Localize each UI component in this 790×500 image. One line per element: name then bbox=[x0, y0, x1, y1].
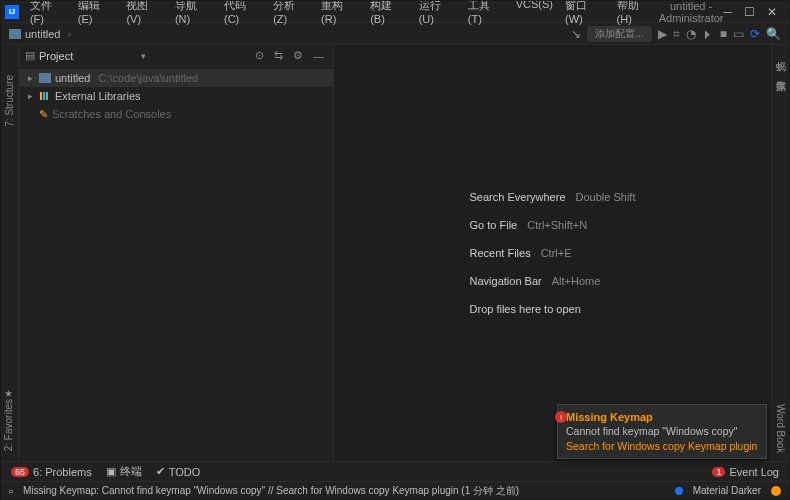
tool-terminal[interactable]: ▣ 终端 bbox=[106, 464, 142, 479]
menu-view[interactable]: 视图(V) bbox=[121, 0, 168, 27]
notification-body: Cannot find keymap "Windows copy" bbox=[566, 425, 758, 437]
close-button[interactable]: ✕ bbox=[767, 5, 777, 19]
tree-scratches[interactable]: ▸ ✎ Scratches and Consoles bbox=[19, 105, 333, 123]
error-icon: ! bbox=[555, 411, 567, 423]
folder-icon bbox=[39, 73, 51, 83]
hint-action: Recent Files bbox=[470, 242, 531, 264]
project-panel-title[interactable]: Project bbox=[39, 50, 137, 62]
status-icon[interactable]: ▫ bbox=[9, 485, 13, 497]
breadcrumb-project: untitled bbox=[25, 28, 60, 40]
welcome-hints: Search EverywhereDouble Shift Go to File… bbox=[470, 180, 636, 326]
git-indicator-icon[interactable] bbox=[675, 487, 683, 495]
menu-navigate[interactable]: 导航(N) bbox=[170, 0, 217, 27]
menu-vcs[interactable]: VCS(S) bbox=[511, 0, 558, 27]
title-bar: IJ 文件(F) 编辑(E) 视图(V) 导航(N) 代码(C) 分析(Z) 重… bbox=[1, 1, 789, 23]
menu-edit[interactable]: 编辑(E) bbox=[73, 0, 120, 27]
tool-structure[interactable]: 7: Structure bbox=[4, 75, 15, 127]
run-toolbar: ↘ 添加配置... ▶ ⌗ ◔ ⏵ ■ ▭ ⟳ 🔍 bbox=[571, 26, 781, 42]
hint-action: Search Everywhere bbox=[470, 186, 566, 208]
todo-label: TODO bbox=[169, 466, 201, 478]
main-body: 7: Structure ▤ Project ▾ ⊙ ⇆ ⚙ — ▸ untit… bbox=[1, 45, 789, 461]
locate-icon[interactable]: ⊙ bbox=[252, 49, 267, 62]
tree-row-label: External Libraries bbox=[55, 90, 141, 102]
layout-icon[interactable]: ▭ bbox=[733, 27, 744, 41]
expand-arrow-icon[interactable]: ▸ bbox=[25, 73, 35, 83]
star-icon: ★ bbox=[4, 388, 13, 399]
todo-icon: ✔ bbox=[156, 465, 165, 478]
minimize-button[interactable]: ─ bbox=[723, 5, 732, 19]
window-controls: ─ ☐ ✕ bbox=[723, 5, 785, 19]
update-icon[interactable]: ⟳ bbox=[750, 27, 760, 41]
debug-icon[interactable]: ⌗ bbox=[673, 27, 680, 41]
tree-root[interactable]: ▸ untitled C:\code\java\untitled bbox=[19, 69, 333, 87]
breadcrumb[interactable]: untitled › bbox=[9, 28, 71, 40]
tool-wordbook[interactable]: Word Book bbox=[775, 404, 786, 453]
project-tree[interactable]: ▸ untitled C:\code\java\untitled ▸ Exter… bbox=[19, 67, 333, 125]
panel-select-icon[interactable]: ▤ bbox=[25, 49, 35, 62]
menu-analyze[interactable]: 分析(Z) bbox=[268, 0, 314, 27]
left-tool-strip-bottom: ★ 2: Favorites bbox=[3, 388, 14, 455]
tree-root-label: untitled bbox=[55, 72, 90, 84]
eventlog-badge: 1 bbox=[712, 467, 725, 477]
hint-action: Navigation Bar bbox=[470, 270, 542, 292]
menu-refactor[interactable]: 重构(R) bbox=[316, 0, 363, 27]
eventlog-label: Event Log bbox=[729, 466, 779, 478]
run-config-selector[interactable]: 添加配置... bbox=[587, 26, 651, 42]
project-panel-header: ▤ Project ▾ ⊙ ⇆ ⚙ — bbox=[19, 45, 333, 67]
tool-problems[interactable]: 65 6: Problems bbox=[11, 466, 92, 478]
libraries-icon bbox=[39, 90, 51, 102]
terminal-label: 终端 bbox=[120, 464, 142, 479]
window-title: untitled - Administrator bbox=[659, 0, 724, 24]
project-tool-window: ▤ Project ▾ ⊙ ⇆ ⚙ — ▸ untitled C:\code\j… bbox=[19, 45, 334, 461]
scratches-icon: ✎ bbox=[39, 108, 48, 121]
hint-action: Drop files here to open bbox=[470, 298, 581, 320]
folder-icon bbox=[9, 29, 21, 39]
hint-shortcut: Ctrl+E bbox=[541, 242, 572, 264]
notification-link[interactable]: Search for Windows copy Keymap plugin bbox=[566, 440, 758, 452]
hint-shortcut: Double Shift bbox=[576, 186, 636, 208]
tree-row-label: Scratches and Consoles bbox=[52, 108, 171, 120]
problems-label: 6: Problems bbox=[33, 466, 92, 478]
hint-shortcut: Alt+Home bbox=[552, 270, 601, 292]
stop-icon[interactable]: ■ bbox=[720, 27, 727, 41]
menu-tools[interactable]: 工具(T) bbox=[463, 0, 509, 27]
menu-run[interactable]: 运行(U) bbox=[414, 0, 461, 27]
hint-shortcut: Ctrl+Shift+N bbox=[527, 214, 587, 236]
svg-rect-0 bbox=[40, 92, 42, 100]
run-icon[interactable]: ▶ bbox=[658, 27, 667, 41]
menu-help[interactable]: 帮助(H) bbox=[612, 0, 659, 27]
build-icon[interactable]: ↘ bbox=[571, 27, 581, 41]
status-message: Missing Keymap: Cannot find keymap "Wind… bbox=[23, 484, 519, 498]
maximize-button[interactable]: ☐ bbox=[744, 5, 755, 19]
main-menu: 文件(F) 编辑(E) 视图(V) 导航(N) 代码(C) 分析(Z) 重构(R… bbox=[25, 0, 659, 27]
coverage-icon[interactable]: ◔ bbox=[686, 27, 696, 41]
editor-area[interactable]: Search EverywhereDouble Shift Go to File… bbox=[334, 45, 771, 461]
search-icon[interactable]: 🔍 bbox=[766, 27, 781, 41]
menu-code[interactable]: 代码(C) bbox=[219, 0, 266, 27]
problems-badge: 65 bbox=[11, 467, 29, 477]
tree-external-libs[interactable]: ▸ External Libraries bbox=[19, 87, 333, 105]
notification-popup: ! Missing Keymap Cannot find keymap "Win… bbox=[557, 404, 767, 459]
menu-window[interactable]: 窗口(W) bbox=[560, 0, 610, 27]
bottom-tool-strip: 65 6: Problems ▣ 终端 ✔ TODO 1 Event Log bbox=[1, 461, 789, 481]
terminal-icon: ▣ bbox=[106, 465, 116, 478]
svg-rect-1 bbox=[43, 92, 45, 100]
expand-icon[interactable]: ⇆ bbox=[271, 49, 286, 62]
menu-build[interactable]: 构建(B) bbox=[365, 0, 412, 27]
tree-root-path: C:\code\java\untitled bbox=[98, 72, 198, 84]
theme-indicator-icon bbox=[771, 486, 781, 496]
tool-favorites[interactable]: 2: Favorites bbox=[3, 399, 14, 451]
hide-icon[interactable]: — bbox=[310, 50, 327, 62]
expand-arrow-icon[interactable]: ▸ bbox=[25, 91, 35, 101]
status-bar: ▫ Missing Keymap: Cannot find keymap "Wi… bbox=[1, 481, 789, 499]
tool-todo[interactable]: ✔ TODO bbox=[156, 465, 201, 478]
tool-event-log[interactable]: 1 Event Log bbox=[712, 466, 779, 478]
svg-rect-2 bbox=[46, 92, 48, 100]
profile-icon[interactable]: ⏵ bbox=[702, 27, 714, 41]
gear-icon[interactable]: ⚙ bbox=[290, 49, 306, 62]
menu-file[interactable]: 文件(F) bbox=[25, 0, 71, 27]
app-logo-icon: IJ bbox=[5, 5, 19, 19]
chevron-down-icon[interactable]: ▾ bbox=[141, 51, 146, 61]
right-tool-strip: 蚂蚁 数据库 Word Book bbox=[771, 45, 789, 461]
theme-label[interactable]: Material Darker bbox=[693, 485, 761, 496]
